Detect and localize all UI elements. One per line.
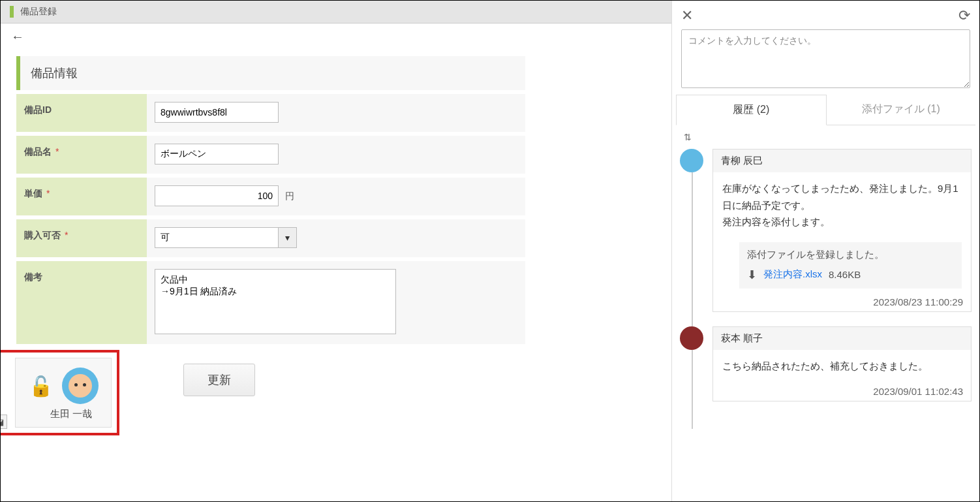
attachment-link[interactable]: 発注内容.xlsx <box>763 268 822 281</box>
combo-purchasable[interactable]: ▾ <box>155 227 517 248</box>
expand-corner-button[interactable]: ◪ <box>0 415 7 429</box>
combo-purchasable-dropdown-btn[interactable]: ▾ <box>279 227 297 248</box>
chevron-down-icon: ▾ <box>285 232 290 243</box>
lock-avatar <box>62 368 99 404</box>
comment-time: 2023/09/01 11:02:43 <box>713 382 971 401</box>
lock-user-name: 生田 一哉 <box>50 408 92 420</box>
side-panel: ✕ ⟳ コメントを入力してください。 履歴 (2) 添付ファイル (1) ⇅ 青… <box>671 1 979 501</box>
lock-card: 🔓 生田 一哉 <box>15 358 112 428</box>
comment-item: 青柳 辰巳 在庫がなくなってしまったため、発注しました。9月1日に納品予定です。… <box>680 149 972 312</box>
label-price: 単価* <box>16 178 147 215</box>
input-name[interactable] <box>155 144 279 165</box>
attach-message: 添付ファイルを登録しました。 <box>747 249 954 261</box>
side-tabs: 履歴 (2) 添付ファイル (1) <box>676 95 975 125</box>
sort-icon[interactable]: ⇅ <box>684 132 692 142</box>
input-price[interactable] <box>155 185 279 206</box>
comment-body: こちら納品されたため、補充しておきました。 <box>713 350 971 383</box>
section-header: 備品情報 <box>16 56 525 90</box>
tab-attachments[interactable]: 添付ファイル (1) <box>827 95 976 125</box>
lock-icon: 🔓 <box>29 375 53 398</box>
page-title: 備品登録 <box>20 6 57 18</box>
comment-author: 青柳 辰巳 <box>713 149 971 172</box>
back-arrow-icon[interactable]: ← <box>11 29 24 44</box>
attachment-box: 添付ファイルを登録しました。 ⬇ 発注内容.xlsx 8.46KB <box>739 242 962 289</box>
section-title: 備品情報 <box>31 65 78 81</box>
comment-input[interactable]: コメントを入力してください。 <box>681 29 970 88</box>
comment-author: 萩本 順子 <box>713 327 971 350</box>
label-note: 備考 <box>16 261 147 344</box>
comment-item: 萩本 順子 こちら納品されたため、補充しておきました。 2023/09/01 1… <box>680 326 972 402</box>
refresh-icon[interactable]: ⟳ <box>958 7 970 24</box>
update-button[interactable]: 更新 <box>183 364 255 396</box>
download-icon[interactable]: ⬇ <box>747 268 757 282</box>
label-name: 備品名* <box>16 136 147 174</box>
avatar <box>680 149 703 172</box>
label-id: 備品ID <box>16 94 147 132</box>
lock-card-highlight: 🔓 生田 一哉 ◪ <box>0 350 119 435</box>
title-bar: 備品登録 <box>1 1 671 24</box>
tab-history[interactable]: 履歴 (2) <box>676 95 827 125</box>
input-id[interactable] <box>155 102 279 123</box>
combo-purchasable-input[interactable] <box>155 227 279 248</box>
history-list: 青柳 辰巳 在庫がなくなってしまったため、発注しました。9月1日に納品予定です。… <box>672 149 979 429</box>
comment-body: 在庫がなくなってしまったため、発注しました。9月1日に納品予定です。 発注内容を… <box>713 172 971 238</box>
avatar <box>680 326 703 350</box>
textarea-note[interactable] <box>155 269 396 334</box>
close-icon[interactable]: ✕ <box>681 7 693 24</box>
title-indicator <box>10 6 14 18</box>
unit-yen: 円 <box>285 191 294 201</box>
comment-time: 2023/08/23 11:00:29 <box>713 292 971 311</box>
attachment-size: 8.46KB <box>829 269 861 280</box>
label-purchasable: 購入可否* <box>16 219 147 257</box>
